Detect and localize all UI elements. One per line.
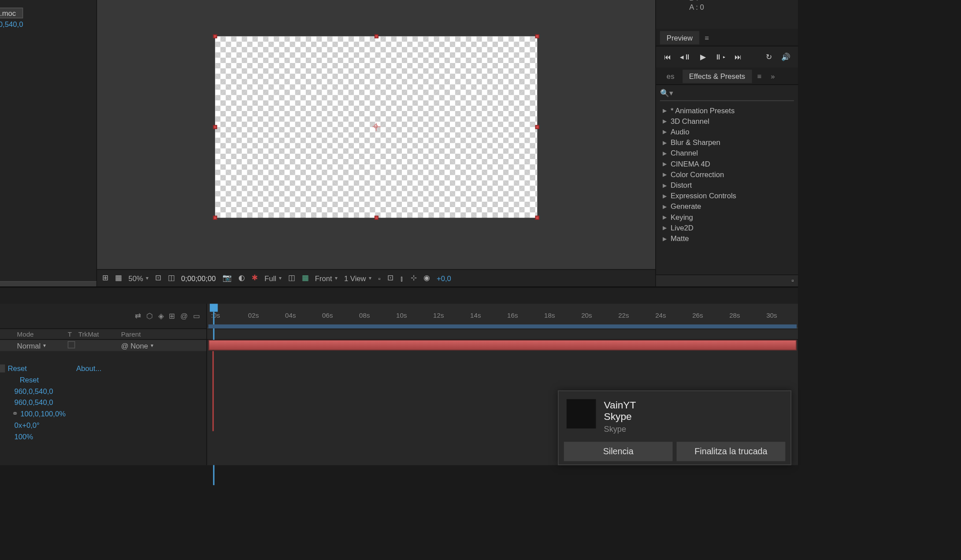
last-frame-button[interactable]: ⏭ <box>733 52 743 62</box>
tl-icon-4[interactable]: ⊞ <box>169 312 175 321</box>
resolution-dropdown[interactable]: Full <box>264 274 282 282</box>
effects-group-row[interactable]: ▼ Effects <box>0 351 206 363</box>
preset-category[interactable]: ▶* Animation Presets <box>656 105 798 115</box>
effect-controls-body: ▼fxLive2D Loader ResetAbout... ▼Model Se… <box>0 0 96 281</box>
roi-icon[interactable]: ◫ <box>288 274 295 282</box>
selection-handle[interactable] <box>213 216 217 220</box>
preset-category[interactable]: ▶Audio <box>656 126 798 137</box>
property-value[interactable]: 100,0,100,0% <box>18 409 66 417</box>
preset-category[interactable]: ▶Blur & Sharpen <box>656 137 798 148</box>
col-mode[interactable]: Mode <box>15 330 68 338</box>
layer-row[interactable]: ◉ ▼ 1 White Solid 1 Normal @ None <box>0 340 206 351</box>
preset-category[interactable]: ▶3D Channel <box>656 116 798 126</box>
ruler-tick: 22s <box>618 312 629 319</box>
col-t[interactable]: T <box>68 330 78 338</box>
new-bin-icon[interactable]: ▫ <box>791 276 794 285</box>
safe-zones-icon[interactable]: ◫ <box>168 274 174 282</box>
slider-row: ▶Slider 0,00 <box>0 154 96 166</box>
tab-effects-presets[interactable]: Effects & Presets <box>683 69 752 82</box>
flowchart-icon[interactable]: ⊹ <box>411 274 417 282</box>
preset-category[interactable]: ▶CINEMA 4D <box>656 158 798 169</box>
blend-mode-dropdown[interactable]: Normal <box>17 341 68 349</box>
property-value[interactable]: 960,0,540,0 <box>12 387 53 395</box>
preset-category[interactable]: ▶Keying <box>656 212 798 223</box>
panel-menu-icon[interactable]: ≡ <box>701 33 713 41</box>
selection-handle[interactable] <box>535 34 539 38</box>
color-mgmt-icon[interactable]: ✱ <box>252 274 258 282</box>
property-value[interactable]: 960,0,540,0 <box>12 398 53 406</box>
mute-button[interactable]: 🔊 <box>781 52 791 62</box>
selection-handle[interactable] <box>374 216 378 220</box>
preset-category[interactable]: ▶Live2D <box>656 223 798 233</box>
presets-search[interactable]: 🔍▾ <box>660 89 794 101</box>
timeline-icon[interactable]: ⫿ <box>400 274 404 282</box>
tl-icon-3[interactable]: ◈ <box>158 312 163 321</box>
tl-icon-1[interactable]: ⇄ <box>135 312 141 321</box>
fast-preview-icon[interactable]: ⊡ <box>387 274 393 282</box>
col-source-name[interactable]: Source Name <box>0 330 15 338</box>
effect-reset-link[interactable]: Reset <box>5 364 27 372</box>
live2d-params-row[interactable]: ▼Live2D Params <box>0 41 96 52</box>
viewer-time[interactable]: 0;00;00;00 <box>181 274 216 282</box>
comp-canvas[interactable] <box>215 36 537 218</box>
tl-icon-2[interactable]: ⬡ <box>146 312 153 321</box>
col-trkmat[interactable]: TrkMat <box>78 330 119 338</box>
transform-group-row[interactable]: ▼ Transform Reset <box>0 374 206 385</box>
selection-handle[interactable] <box>374 34 378 38</box>
selection-handle[interactable] <box>213 34 217 38</box>
timeline-ruler[interactable]: :0s02s04s06s08s10s12s14s16s18s20s22s24s2… <box>207 304 798 328</box>
pixel-aspect-icon[interactable]: ▫ <box>378 274 381 282</box>
composition-viewer[interactable] <box>97 0 655 269</box>
exposure-reset-icon[interactable]: ◉ <box>423 274 430 282</box>
channel-icon[interactable]: ◐ <box>238 274 245 282</box>
layer-duration-bar[interactable] <box>208 340 797 350</box>
playhead[interactable] <box>210 304 218 312</box>
preset-category[interactable]: ▶Color Correction <box>656 169 798 180</box>
exposure-value[interactable]: +0,0 <box>437 274 451 282</box>
preset-category[interactable]: ▶Matte <box>656 233 798 244</box>
preset-category[interactable]: ▶Distort <box>656 180 798 190</box>
viewer-footer: ⊞ ▦ 50% ⊡ ◫ 0;00;00;00 📷 ◐ ✱ Full ◫ ▦ Fr… <box>97 269 655 286</box>
effect-about-link[interactable]: About... <box>74 364 101 372</box>
anchor-point-icon[interactable] <box>372 123 380 131</box>
preset-category[interactable]: ▶Generate <box>656 201 798 211</box>
tl-icon-5[interactable]: @ <box>180 312 188 321</box>
parent-dropdown[interactable]: None <box>130 341 153 349</box>
views-dropdown[interactable]: 1 View <box>344 274 371 282</box>
property-value[interactable]: 0x+0,0° <box>12 421 40 429</box>
tl-icon-6[interactable]: ▭ <box>193 312 200 321</box>
tab-preview[interactable]: Preview <box>660 31 699 44</box>
next-frame-button[interactable]: ⏸▸ <box>715 52 726 62</box>
loop-button[interactable]: ↻ <box>764 52 774 62</box>
selection-handle[interactable] <box>535 216 539 220</box>
preset-category[interactable]: ▶Expression Controls <box>656 190 798 201</box>
work-area-bar[interactable] <box>208 324 797 328</box>
panel-expand-icon[interactable]: » <box>767 72 779 80</box>
panel-menu-icon[interactable]: ≡ <box>753 72 765 80</box>
snapshot-icon[interactable]: 📷 <box>223 274 232 282</box>
col-parent[interactable]: Parent <box>119 330 207 338</box>
selection-handle[interactable] <box>213 125 217 129</box>
transform-reset-link[interactable]: Reset <box>17 375 39 383</box>
mute-button[interactable]: Silencia <box>564 442 673 461</box>
load-moc-button[interactable]: Load .moc <box>0 7 23 18</box>
play-button[interactable]: ▶ <box>698 52 709 62</box>
position-value[interactable]: 960,0,540,0 <box>0 20 23 28</box>
3d-view-dropdown[interactable]: Front <box>315 274 338 282</box>
zoom-dropdown[interactable]: 50% <box>128 274 148 282</box>
aspect-icon[interactable]: ⊡ <box>155 274 161 282</box>
constrain-proportions-icon[interactable]: ⚭ <box>12 409 18 418</box>
first-frame-button[interactable]: ⏮ <box>663 52 673 62</box>
pickwhip-icon[interactable]: @ <box>121 341 129 349</box>
grid-icon[interactable]: ⊞ <box>102 274 108 282</box>
model-settings-row[interactable]: ▼Model Settings <box>0 0 96 7</box>
preset-category[interactable]: ▶Channel <box>656 148 798 158</box>
resolution-icon[interactable]: ▦ <box>115 274 122 282</box>
transparency-toggle-icon[interactable]: ▦ <box>302 274 308 282</box>
selection-handle[interactable] <box>535 125 539 129</box>
tab-es[interactable]: es <box>660 69 681 82</box>
prev-frame-button[interactable]: ◂⏸ <box>680 52 691 62</box>
effect-row[interactable]: fx ▶ Live2D Loader Reset About... <box>0 363 206 374</box>
property-value[interactable]: 100% <box>12 432 33 440</box>
end-call-button[interactable]: Finalitza la trucada <box>677 442 786 461</box>
